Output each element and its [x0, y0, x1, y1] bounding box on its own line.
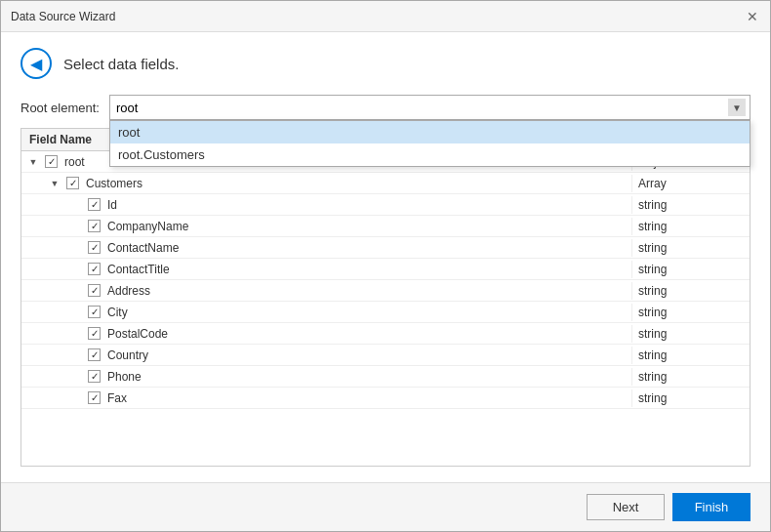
- window-title: Data Source Wizard: [11, 10, 115, 23]
- next-button[interactable]: Next: [587, 494, 665, 520]
- table-row: ContactName string: [21, 237, 750, 259]
- expand-arrow-icon: [70, 349, 82, 361]
- type-cell: string: [632, 239, 750, 257]
- page-title: Select data fields.: [63, 56, 179, 72]
- expand-arrow-icon: [70, 264, 82, 275]
- field-name-cell: Country: [21, 347, 632, 364]
- title-bar: Data Source Wizard ✕: [1, 1, 770, 32]
- dropdown-value: root: [116, 101, 138, 115]
- field-label: root: [64, 155, 85, 169]
- table-row: PostalCode string: [21, 323, 750, 345]
- row-checkbox[interactable]: [88, 263, 101, 275]
- row-checkbox[interactable]: [88, 306, 101, 318]
- root-element-label: Root element:: [20, 101, 100, 115]
- field-name-cell: ▼ Customers: [21, 175, 632, 192]
- expand-arrow-icon: [70, 242, 82, 254]
- field-label: Phone: [107, 370, 142, 384]
- field-label: Customers: [86, 177, 142, 190]
- expand-arrow-icon: [70, 285, 82, 297]
- type-cell: string: [632, 389, 750, 407]
- dropdown-display[interactable]: root ▼: [109, 95, 751, 120]
- close-button[interactable]: ✕: [745, 9, 760, 24]
- type-cell: string: [632, 304, 750, 321]
- field-label: PostalCode: [107, 327, 168, 341]
- table-row: ▼ Customers Array: [21, 173, 750, 194]
- expand-arrow-icon: [70, 371, 82, 383]
- wizard-window: Data Source Wizard ✕ ◀ Select data field…: [0, 0, 771, 532]
- table-row: ContactTitle string: [21, 259, 750, 280]
- table-body: ▼ root Object ▼ Customers Array: [21, 151, 750, 463]
- type-cell: string: [632, 368, 750, 386]
- footer: Next Finish: [1, 482, 770, 531]
- field-label: Fax: [107, 391, 127, 405]
- type-cell: string: [632, 261, 750, 278]
- expand-arrow-icon: [70, 199, 82, 211]
- expand-arrow-icon: [70, 221, 82, 232]
- dropdown-arrow-icon: ▼: [728, 99, 746, 116]
- table-row: Id string: [21, 194, 750, 216]
- table-row: Address string: [21, 280, 750, 302]
- type-cell: string: [632, 325, 750, 343]
- row-checkbox[interactable]: [88, 198, 101, 211]
- data-table: Field Name ▼ root Object ▼: [20, 128, 751, 467]
- field-name-cell: City: [21, 304, 632, 321]
- row-checkbox[interactable]: [88, 391, 101, 404]
- dropdown-option-root-customers[interactable]: root.Customers: [110, 143, 750, 166]
- field-label: City: [107, 306, 128, 319]
- finish-button[interactable]: Finish: [672, 493, 751, 521]
- title-bar-left: Data Source Wizard: [11, 10, 115, 23]
- field-label: Id: [107, 198, 117, 212]
- row-checkbox[interactable]: [45, 155, 58, 168]
- expand-arrow-icon: [70, 307, 82, 318]
- row-checkbox[interactable]: [88, 220, 101, 232]
- type-cell: string: [632, 347, 750, 364]
- back-button[interactable]: ◀: [20, 48, 52, 79]
- row-checkbox[interactable]: [66, 177, 79, 189]
- field-name-cell: Phone: [21, 368, 632, 386]
- root-element-row: Root element: root ▼ root root.Customers: [20, 95, 751, 120]
- field-name-cell: Address: [21, 282, 632, 300]
- table-row: Fax string: [21, 388, 750, 409]
- row-checkbox[interactable]: [88, 241, 101, 254]
- field-label: Address: [107, 284, 150, 298]
- table-row: CompanyName string: [21, 216, 750, 237]
- main-content: ◀ Select data fields. Root element: root…: [1, 32, 770, 482]
- row-checkbox[interactable]: [88, 327, 101, 340]
- type-cell: Array: [632, 175, 750, 192]
- expand-arrow-icon: [70, 392, 82, 404]
- table-row: Phone string: [21, 366, 750, 388]
- row-checkbox[interactable]: [88, 284, 101, 297]
- field-label: Country: [107, 348, 148, 362]
- dropdown-option-root[interactable]: root: [110, 121, 750, 143]
- type-cell: string: [632, 218, 750, 235]
- field-name-cell: Id: [21, 196, 632, 214]
- type-cell: string: [632, 282, 750, 300]
- header-row: ◀ Select data fields.: [20, 48, 751, 79]
- field-name-cell: CompanyName: [21, 218, 632, 235]
- root-element-dropdown[interactable]: root ▼ root root.Customers: [109, 95, 751, 120]
- field-name-cell: ContactTitle: [21, 261, 632, 278]
- table-row: Country string: [21, 345, 750, 366]
- field-label: CompanyName: [107, 220, 188, 233]
- expand-arrow-icon[interactable]: ▼: [49, 178, 61, 189]
- dropdown-menu: root root.Customers: [109, 120, 751, 167]
- expand-arrow-icon[interactable]: ▼: [27, 156, 39, 168]
- field-name-cell: PostalCode: [21, 325, 632, 343]
- field-label: ContactTitle: [107, 263, 170, 276]
- row-checkbox[interactable]: [88, 348, 101, 361]
- row-checkbox[interactable]: [88, 370, 101, 383]
- table-row: City string: [21, 302, 750, 323]
- expand-arrow-icon: [70, 328, 82, 340]
- field-name-cell: ContactName: [21, 239, 632, 257]
- field-name-cell: Fax: [21, 389, 632, 407]
- field-label: ContactName: [107, 241, 179, 255]
- type-cell: string: [632, 196, 750, 214]
